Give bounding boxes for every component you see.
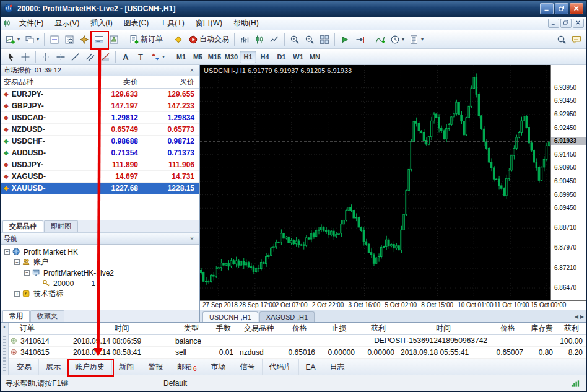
- menu-item-0[interactable]: 文件(F): [14, 17, 49, 30]
- column-ask[interactable]: 买价: [142, 77, 199, 87]
- tree-item-server[interactable]: −ProfitMarketHK-Live2: [1, 268, 199, 278]
- restore-button[interactable]: [555, 3, 568, 14]
- terminal-column-header-1[interactable]: 时间: [71, 323, 173, 334]
- toolbar-text-button[interactable]: A: [118, 50, 133, 64]
- market-watch-header[interactable]: 市场报价: 01:39:12 ×: [1, 65, 199, 76]
- chart-restore-button[interactable]: [560, 19, 572, 28]
- terminal-tab-市场[interactable]: 市场: [204, 359, 233, 375]
- timeframe-MN-button[interactable]: MN: [307, 51, 323, 63]
- terminal-tab-代码库[interactable]: 代码库: [263, 359, 299, 375]
- terminal-tab-邮箱[interactable]: 邮箱6: [170, 359, 204, 375]
- status-profile[interactable]: Default: [157, 375, 366, 391]
- chart-plot[interactable]: USDCNH-,H1 6.91779 6.91937 6.91205 6.919…: [200, 65, 550, 300]
- terminal-column-header-10[interactable]: 库存费: [527, 323, 557, 334]
- terminal-tab-信号[interactable]: 信号: [233, 359, 263, 375]
- timeframe-M15-button[interactable]: M15: [206, 51, 223, 63]
- menu-item-1[interactable]: 显示(V): [49, 17, 85, 30]
- menu-item-4[interactable]: 工具(T): [154, 17, 189, 30]
- toolbar-horizontal-line-button[interactable]: [53, 50, 68, 64]
- terminal-close-icon[interactable]: ×: [1, 324, 8, 331]
- close-button[interactable]: [570, 3, 583, 14]
- toolbar-new-chart-button[interactable]: ▾: [3, 32, 22, 47]
- timeframe-M1-button[interactable]: M1: [173, 51, 189, 63]
- toolbar-channel-button[interactable]: [83, 50, 98, 64]
- menu-item-2[interactable]: 插入(I): [85, 17, 118, 30]
- market-watch-tab-交易品种[interactable]: 交易品种: [2, 220, 43, 232]
- menu-item-5[interactable]: 窗口(W): [190, 17, 228, 30]
- toolbar-vertical-line-button[interactable]: [38, 50, 53, 64]
- terminal-tab-账户历史[interactable]: 账户历史: [68, 359, 112, 375]
- timeframe-M5-button[interactable]: M5: [189, 51, 206, 63]
- market-watch-tab-即时图[interactable]: 即时图: [44, 220, 78, 232]
- column-symbol[interactable]: 交易品种: [1, 77, 89, 87]
- toolbar-periods-button[interactable]: ▾: [388, 32, 407, 47]
- timeframe-D1-button[interactable]: D1: [273, 51, 290, 63]
- toolbar-fibonacci-button[interactable]: [98, 50, 113, 64]
- tree-expander-icon[interactable]: −: [14, 259, 20, 265]
- toolbar-navigator-button[interactable]: [77, 32, 92, 47]
- title-bar[interactable]: 20000: ProfitMarketHK-Live2 - [USDCNH-,H…: [1, 1, 586, 17]
- menu-item-6[interactable]: 帮助(H): [228, 17, 264, 30]
- market-watch-row[interactable]: ◆USDCAD-1.298121.29834: [1, 112, 199, 124]
- terminal-row[interactable]: 34106142018.09.14 08:06:59balanceDEPOSIT…: [9, 335, 586, 347]
- toolbar-terminal-toggle-button[interactable]: [92, 32, 107, 47]
- market-watch-row[interactable]: ◆AUDUSD-0.713540.71373: [1, 147, 199, 159]
- terminal-tab-EA[interactable]: EA: [299, 360, 323, 374]
- toolbar-bar-chart-button[interactable]: [237, 32, 252, 47]
- market-watch-column-headers[interactable]: 交易品种 卖价 买价: [1, 76, 199, 89]
- chart-x-axis[interactable]: 27 Sep 201828 Sep 17:002 Oct 07:002 Oct …: [200, 300, 586, 310]
- toolbar-auto-scroll-button[interactable]: [337, 32, 352, 47]
- column-bid[interactable]: 卖价: [89, 77, 142, 87]
- toolbar-arrows-button[interactable]: ▾: [148, 50, 167, 64]
- toolbar-new-order-button[interactable]: 新订单: [127, 32, 165, 47]
- navigator-tab-收藏夹[interactable]: 收藏夹: [30, 310, 64, 322]
- toolbar-crosshair-button[interactable]: [18, 50, 33, 64]
- chart-tab-USDCNH-,H1[interactable]: USDCNH-,H1: [202, 311, 258, 322]
- terminal-column-header-5[interactable]: 价格: [280, 323, 319, 334]
- navigator-header[interactable]: 导航 ×: [1, 233, 199, 245]
- timeframe-M30-button[interactable]: M30: [223, 51, 240, 63]
- chart-close-button[interactable]: [573, 19, 584, 28]
- chart-minimize-button[interactable]: [548, 19, 559, 28]
- terminal-column-header-7[interactable]: 获利: [359, 323, 398, 334]
- terminal-column-header-8[interactable]: 时间: [398, 323, 489, 334]
- timeframe-W1-button[interactable]: W1: [290, 51, 307, 63]
- terminal-grip[interactable]: [3, 336, 6, 372]
- toolbar-cursor-button[interactable]: [3, 50, 18, 64]
- minimize-button[interactable]: [540, 3, 554, 14]
- toolbar-chart-shift-button[interactable]: [352, 32, 367, 47]
- terminal-column-header-6[interactable]: 止损: [319, 323, 359, 334]
- terminal-column-header-4[interactable]: 交易品种: [237, 323, 280, 334]
- chart-tab-XAGUSD-,H1[interactable]: XAGUSD-,H1: [259, 311, 315, 322]
- toolbar-tile-windows-button[interactable]: [317, 32, 332, 47]
- tree-expander-icon[interactable]: +: [14, 291, 20, 297]
- toolbar-metaeditor-button[interactable]: [171, 32, 186, 47]
- toolbar-chat-button[interactable]: [569, 32, 584, 47]
- market-watch-row[interactable]: ◆XAUUSD-1227.681228.15: [1, 183, 199, 194]
- market-watch-row[interactable]: ◆USDCHF-0.986880.98712: [1, 136, 199, 147]
- toolbar-candle-chart-button[interactable]: [252, 32, 267, 47]
- chart-y-axis[interactable]: 6.939506.934506.929506.924506.914506.909…: [550, 65, 586, 300]
- terminal-row[interactable]: 34106152018.09.14 08:58:41sell0.01nzdusd…: [9, 347, 586, 359]
- market-watch-row[interactable]: ◆EURJPY-129.633129.655: [1, 89, 199, 100]
- terminal-tab-展示[interactable]: 展示: [39, 359, 68, 375]
- tree-item-indicators[interactable]: +f技术指标: [1, 289, 199, 299]
- terminal-column-header-0[interactable]: 订单: [9, 323, 71, 334]
- toolbar-strategy-tester-button[interactable]: [107, 32, 121, 47]
- terminal-tab-日志[interactable]: 日志: [323, 359, 352, 375]
- toolbar-autotrading-button[interactable]: 自动交易: [186, 32, 232, 47]
- terminal-tab-新闻[interactable]: 新闻: [112, 359, 141, 375]
- terminal-tab-警报[interactable]: 警报: [141, 359, 170, 375]
- toolbar-market-watch-button[interactable]: [47, 32, 62, 47]
- tree-item-account[interactable]: 200001: [1, 278, 199, 289]
- tree-item-accounts[interactable]: −账户: [1, 257, 199, 268]
- toolbar-line-chart-button[interactable]: [267, 32, 282, 47]
- toolbar-search-button[interactable]: [554, 32, 569, 47]
- tree-expander-icon[interactable]: −: [24, 270, 30, 276]
- market-watch-close-icon[interactable]: ×: [188, 66, 196, 75]
- toolbar-data-window-button[interactable]: [62, 32, 77, 47]
- toolbar-zoom-in-button[interactable]: [287, 32, 302, 47]
- scroll-right-icon[interactable]: ▶: [580, 314, 584, 320]
- toolbar-indicators-button[interactable]: [373, 32, 388, 47]
- tree-expander-icon[interactable]: −: [4, 249, 10, 255]
